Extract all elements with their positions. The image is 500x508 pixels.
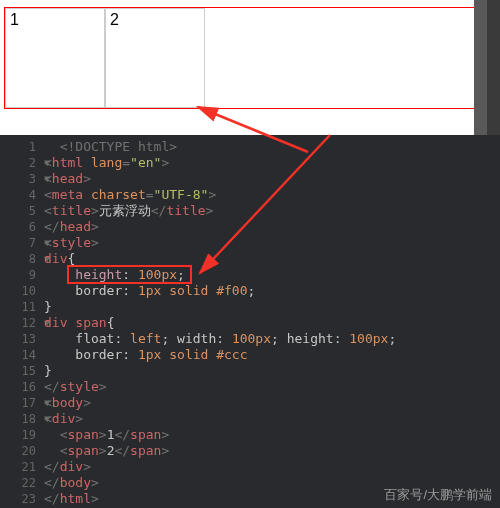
code-line[interactable]: </div>: [44, 459, 396, 475]
code-line[interactable]: div span{: [44, 315, 396, 331]
code-line[interactable]: </style>: [44, 379, 396, 395]
line-number: 8▼: [0, 251, 40, 267]
line-number: 14: [0, 347, 40, 363]
code-line[interactable]: <div>: [44, 411, 396, 427]
code-line[interactable]: </body>: [44, 475, 396, 491]
line-number: 21: [0, 459, 40, 475]
line-number: 13: [0, 331, 40, 347]
line-number: 7▼: [0, 235, 40, 251]
line-number: 12▼: [0, 315, 40, 331]
line-number: 11: [0, 299, 40, 315]
line-number: 23: [0, 491, 40, 507]
code-line[interactable]: </html>: [44, 491, 396, 507]
code-line[interactable]: <meta charset="UTF-8">: [44, 187, 396, 203]
line-number: 1: [0, 139, 40, 155]
code-line[interactable]: <span>1</span>: [44, 427, 396, 443]
preview-scrollbar[interactable]: [474, 0, 487, 135]
gutter: 12▼3▼4567▼8▼9101112▼1314151617▼18▼192021…: [0, 139, 40, 507]
code-line[interactable]: float: left; width: 100px; height: 100px…: [44, 331, 396, 347]
code-line[interactable]: <span>2</span>: [44, 443, 396, 459]
line-number: 17▼: [0, 395, 40, 411]
code-lines[interactable]: <!DOCTYPE html><html lang="en"><head><me…: [44, 139, 396, 507]
line-number: 16: [0, 379, 40, 395]
preview-span-2: 2: [105, 8, 205, 108]
code-line[interactable]: <style>: [44, 235, 396, 251]
code-line[interactable]: border: 1px solid #ccc: [44, 347, 396, 363]
line-number: 5: [0, 203, 40, 219]
line-number: 19: [0, 427, 40, 443]
code-line[interactable]: border: 1px solid #f00;: [44, 283, 396, 299]
preview-span-1: 1: [5, 8, 105, 108]
line-number: 20: [0, 443, 40, 459]
line-number: 22: [0, 475, 40, 491]
line-number: 2▼: [0, 155, 40, 171]
code-editor[interactable]: 12▼3▼4567▼8▼9101112▼1314151617▼18▼192021…: [0, 135, 500, 508]
line-number: 9: [0, 267, 40, 283]
code-line[interactable]: <head>: [44, 171, 396, 187]
code-line[interactable]: <!DOCTYPE html>: [44, 139, 396, 155]
code-line[interactable]: </head>: [44, 219, 396, 235]
screenshot-root: 1 2 12▼3▼4567▼8▼9101112▼1314151617▼18▼19…: [0, 0, 500, 508]
code-line[interactable]: <title>元素浮动</title>: [44, 203, 396, 219]
code-line[interactable]: }: [44, 299, 396, 315]
line-number: 4: [0, 187, 40, 203]
code-line[interactable]: div{: [44, 251, 396, 267]
line-number: 6: [0, 219, 40, 235]
code-line[interactable]: }: [44, 363, 396, 379]
code-line[interactable]: <body>: [44, 395, 396, 411]
line-number: 3▼: [0, 171, 40, 187]
code-line[interactable]: <html lang="en">: [44, 155, 396, 171]
line-number: 18▼: [0, 411, 40, 427]
browser-preview: 1 2: [0, 0, 487, 135]
watermark: 百家号/大鹏学前端: [384, 486, 492, 504]
line-number: 15: [0, 363, 40, 379]
code-line[interactable]: height: 100px;: [44, 267, 396, 283]
line-number: 10: [0, 283, 40, 299]
preview-div: 1 2: [4, 7, 477, 109]
